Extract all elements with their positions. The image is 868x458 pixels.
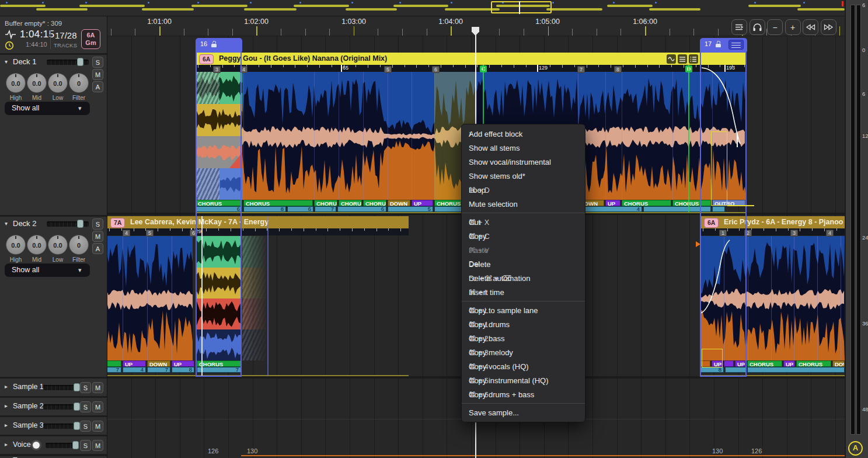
slider-handle[interactable] bbox=[74, 383, 80, 391]
automation-button[interactable]: A bbox=[92, 243, 103, 254]
skip-forward-button[interactable] bbox=[821, 19, 836, 35]
menu-item-copy-melody[interactable]: Copy melody⌘ + 3 bbox=[462, 345, 585, 359]
waveform[interactable] bbox=[107, 236, 193, 360]
stems-view-icon[interactable] bbox=[678, 54, 687, 64]
menu-item-cut[interactable]: Cut⌘ + X bbox=[462, 215, 585, 229]
menu-item-show-stems-old[interactable]: Show stems old* bbox=[462, 169, 585, 183]
slider-handle[interactable] bbox=[77, 220, 83, 228]
automation-button[interactable]: A bbox=[92, 81, 103, 92]
menu-item-add-effect-block[interactable]: Add effect block› bbox=[462, 127, 585, 141]
stem-filter-dropdown[interactable]: Show all▾ bbox=[5, 263, 90, 277]
track-title-bar[interactable]: 6APeggy Gou - (It Goes Like) Nanana (Ori… bbox=[196, 53, 746, 65]
menu-item-show-all-stems[interactable]: Show all stems bbox=[462, 141, 585, 155]
chevron-right-icon[interactable]: ▸ bbox=[5, 403, 8, 409]
lane-row-sample-3[interactable]: ▸Sample 3SM bbox=[0, 417, 107, 435]
knob-mid[interactable]: 0.0 bbox=[27, 235, 47, 255]
solo-button[interactable]: S bbox=[80, 401, 91, 412]
knob-low[interactable]: 0.0 bbox=[48, 235, 68, 255]
section-segment-blank[interactable] bbox=[724, 360, 734, 367]
menu-item-copy-to-sample-lane[interactable]: Copy to sample lane⌘ + L bbox=[462, 303, 585, 317]
deck-volume-slider[interactable] bbox=[47, 60, 89, 65]
record-button[interactable] bbox=[31, 440, 41, 450]
menu-item-copy-bass[interactable]: Copy bass⌘ + 2 bbox=[462, 331, 585, 345]
clip-header-16[interactable]: 16 bbox=[196, 38, 242, 51]
list-view-icon[interactable] bbox=[689, 54, 698, 64]
section-segment-down[interactable]: DOWN bbox=[832, 360, 845, 367]
slider-handle[interactable] bbox=[74, 403, 80, 411]
key-badge[interactable]: 6A Gm bbox=[81, 29, 100, 49]
chevron-down-icon[interactable]: ▾ bbox=[5, 220, 8, 227]
knob-mid[interactable]: 0.0 bbox=[27, 73, 47, 93]
lane-volume-slider[interactable] bbox=[43, 385, 79, 390]
solo-button[interactable]: S bbox=[92, 218, 103, 230]
arrangement-overview[interactable] bbox=[0, 0, 845, 16]
lane-volume-slider[interactable] bbox=[43, 424, 79, 429]
section-segment-chorus[interactable]: CHORUS bbox=[672, 200, 711, 206]
mute-button[interactable]: M bbox=[92, 421, 103, 432]
mute-button[interactable]: M bbox=[92, 401, 103, 412]
section-segment-blank[interactable] bbox=[107, 360, 121, 367]
mute-button[interactable]: M bbox=[92, 440, 103, 451]
section-segment-up[interactable]: UP bbox=[605, 200, 621, 206]
slider-handle[interactable] bbox=[72, 441, 79, 449]
lane-row-sample-2[interactable]: ▸Sample 2SM bbox=[0, 398, 107, 415]
slider-handle[interactable] bbox=[74, 422, 80, 430]
knob-low[interactable]: 0.0 bbox=[48, 73, 68, 93]
section-segment-chorus[interactable]: CHORUS bbox=[622, 200, 671, 206]
lane-volume-slider[interactable] bbox=[46, 443, 78, 448]
zoom-out-button[interactable]: − bbox=[767, 19, 783, 35]
menu-item-loop[interactable]: Loop⌘ + D bbox=[462, 183, 585, 197]
knob-filter[interactable]: 0 bbox=[69, 235, 89, 255]
section-segment-chorus[interactable]: CHORUS bbox=[196, 200, 242, 206]
clip-menu-button[interactable] bbox=[728, 40, 744, 50]
knob-filter[interactable]: 0 bbox=[69, 73, 89, 93]
menu-item-copy-instrumental-hq[interactable]: Copy instrumental (HQ)⌘ + 5 bbox=[462, 373, 585, 387]
knob-high[interactable]: 0.0 bbox=[6, 235, 26, 255]
solo-button[interactable]: S bbox=[92, 57, 103, 68]
clip-header-17[interactable]: 17 bbox=[700, 38, 747, 51]
section-segment-chorus[interactable]: CHORUS bbox=[747, 360, 782, 367]
section-segment-chorus[interactable]: CHORUS bbox=[796, 360, 831, 367]
section-segment-down[interactable]: DOWN bbox=[388, 200, 410, 206]
loop-bracket[interactable] bbox=[711, 131, 727, 206]
auto-scroll-button[interactable] bbox=[731, 19, 747, 35]
solo-button[interactable]: S bbox=[80, 382, 91, 393]
cue-headphones-button[interactable] bbox=[750, 19, 765, 35]
overview-viewport[interactable] bbox=[491, 1, 552, 13]
chevron-right-icon[interactable]: ▸ bbox=[5, 383, 8, 390]
tempo-automation-line[interactable] bbox=[241, 455, 845, 456]
menu-item-paste[interactable]: Paste⌘ + V bbox=[462, 243, 585, 257]
stem-filter-dropdown[interactable]: Show all▾ bbox=[5, 102, 90, 115]
mute-button[interactable]: M bbox=[92, 231, 103, 242]
zoom-in-button[interactable]: + bbox=[785, 19, 801, 35]
section-segment-up[interactable]: UP bbox=[735, 360, 745, 367]
section-segment-chorus[interactable]: CHORUS bbox=[339, 200, 362, 206]
lane-row-voice[interactable]: ▸VoiceSM bbox=[0, 436, 107, 454]
section-segment-chorus[interactable]: CHORUS bbox=[197, 360, 241, 367]
menu-item-delete[interactable]: DeleteDel bbox=[462, 257, 585, 271]
solo-button[interactable]: S bbox=[80, 421, 91, 432]
track-title-bar[interactable]: 6AEric Prydz - 6A - Energy 8 - Pjanoo (R… bbox=[700, 216, 845, 228]
section-segment-chorus[interactable]: CHORUS bbox=[243, 200, 313, 206]
deck-volume-slider[interactable] bbox=[47, 221, 89, 227]
lane-volume-slider[interactable] bbox=[43, 404, 79, 410]
solo-button[interactable]: S bbox=[80, 440, 91, 451]
menu-item-mute-selection[interactable]: Mute selection bbox=[462, 197, 585, 211]
knob-high[interactable]: 0.0 bbox=[6, 73, 26, 93]
mute-button[interactable]: M bbox=[92, 69, 103, 80]
menu-item-delete-automation[interactable]: Delete automation⌥ + ⌘ + ⌫ bbox=[462, 271, 585, 285]
menu-item-show-vocal-instrumental[interactable]: Show vocal/instrumental bbox=[462, 155, 585, 169]
slider-handle[interactable] bbox=[77, 58, 83, 66]
chevron-right-icon[interactable]: ▸ bbox=[5, 422, 8, 428]
lane-row-sample-1[interactable]: ▸Sample 1SM bbox=[0, 379, 107, 396]
section-segment-chorus[interactable]: CHORUS bbox=[314, 200, 337, 206]
waveform-view-icon[interactable] bbox=[667, 54, 676, 64]
menu-item-copy-drums-bass[interactable]: Copy drums + bass⌘ + 6 bbox=[462, 387, 585, 401]
menu-item-copy[interactable]: Copy⌘ + C bbox=[462, 229, 585, 243]
menu-item-copy-vocals-hq[interactable]: Copy vocals (HQ)⌘ + 4 bbox=[462, 359, 585, 373]
skip-back-button[interactable] bbox=[803, 19, 818, 35]
menu-item-insert-time[interactable]: Insert time⌘ + I bbox=[462, 285, 585, 299]
mute-button[interactable]: M bbox=[92, 382, 103, 393]
track-title-bar[interactable]: 7ALee Cabrera, Kevin McKay - 7A - Energy bbox=[107, 216, 409, 228]
loop-bracket[interactable] bbox=[702, 349, 723, 367]
